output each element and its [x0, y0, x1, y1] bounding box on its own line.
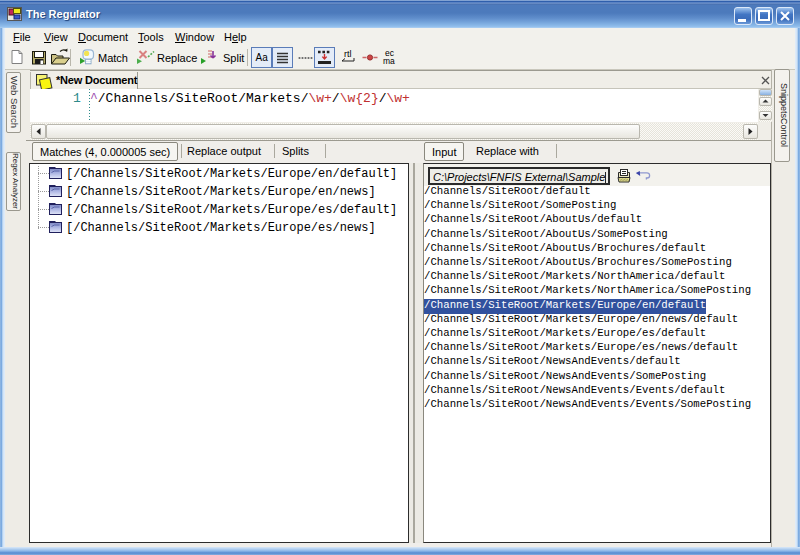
svg-text:rtl: rtl — [344, 49, 352, 59]
svg-text:Aa: Aa — [256, 52, 269, 63]
svg-text:ma: ma — [383, 56, 395, 66]
